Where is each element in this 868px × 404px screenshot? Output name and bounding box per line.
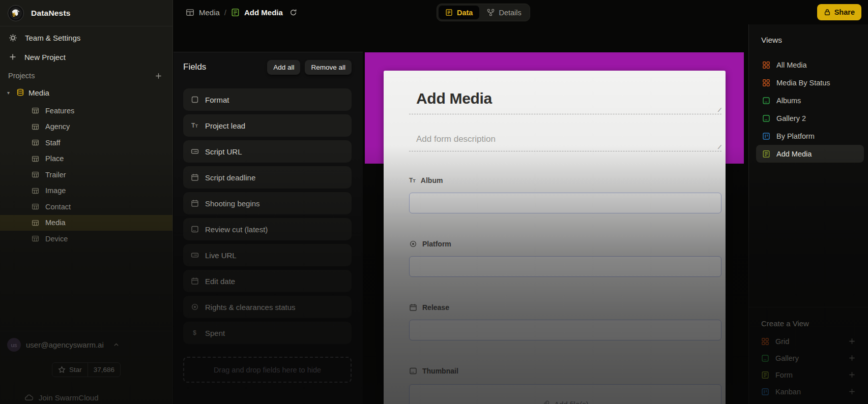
field-card[interactable]: Review cut (latest) — [183, 218, 352, 240]
create-view-gallery[interactable]: Gallery — [761, 350, 856, 366]
form-description-placeholder[interactable]: Add form description — [416, 134, 721, 144]
create-view-plus-icon[interactable] — [848, 388, 856, 395]
create-view-label: Gallery — [775, 354, 799, 362]
dropzone-label: Drag and drop fields here to hide — [214, 366, 321, 374]
field-label: Review cut (latest) — [205, 225, 268, 234]
radio-icon — [190, 303, 199, 311]
create-view-plus-icon[interactable] — [848, 371, 856, 379]
file-icon — [409, 367, 417, 375]
sidebar-table-image[interactable]: Image — [0, 183, 172, 199]
remove-all-button[interactable]: Remove all — [305, 60, 352, 75]
table-icon — [32, 155, 39, 163]
form-preview-area: Add Media ∕∕ Add form description ∕∕ TTA… — [363, 52, 748, 404]
sidebar-header: DataNests — [0, 0, 172, 26]
create-view-kanban[interactable]: Kanban — [761, 383, 856, 400]
views-panel: Views All MediaMedia By StatusAlbumsGall… — [748, 24, 868, 404]
github-star-widget[interactable]: Star 37,686 — [52, 362, 121, 377]
view-item-media-by-status[interactable]: Media By Status — [756, 74, 864, 91]
sidebar-table-media[interactable]: Media — [0, 215, 172, 231]
field-label: Live URL — [205, 251, 237, 260]
field-card[interactable]: Shooting begins — [183, 192, 352, 214]
project-row-media[interactable]: ▾ Media — [0, 85, 172, 100]
add-files-box[interactable]: Add file(s) — [409, 384, 721, 404]
star-icon — [58, 366, 66, 374]
sidebar-table-device[interactable]: Device — [0, 231, 172, 247]
field-card[interactable]: Live URL — [183, 244, 352, 266]
table-icon — [32, 123, 39, 131]
tab-details[interactable]: Details — [480, 6, 528, 19]
view-item-all-media[interactable]: All Media — [756, 56, 864, 74]
table-label: Staff — [45, 139, 61, 147]
join-swarmcloud-link[interactable]: Join SwarmCloud — [7, 393, 165, 402]
form-field-input[interactable] — [409, 320, 721, 340]
sidebar-table-trailer[interactable]: Trailer — [0, 167, 172, 183]
create-view-label: Kanban — [775, 388, 801, 396]
view-item-by-platform[interactable]: By Platform — [756, 127, 864, 145]
field-label: Format — [205, 96, 229, 104]
sidebar-table-place[interactable]: Place — [0, 151, 172, 167]
star-count[interactable]: 37,686 — [88, 363, 120, 377]
caret-down-icon[interactable]: ▾ — [7, 90, 12, 96]
view-list: All MediaMedia By StatusAlbumsGallery 2B… — [749, 56, 868, 163]
form-field-label: Release — [409, 304, 721, 311]
refresh-icon[interactable] — [290, 9, 297, 16]
form-fields: TTAlbumPlatformReleaseThumbnailAdd file(… — [409, 177, 721, 404]
sidebar-table-staff[interactable]: Staff — [0, 135, 172, 151]
sidebar-table-contact[interactable]: Contact — [0, 199, 172, 215]
breadcrumb-table[interactable]: Media — [199, 8, 220, 17]
sidebar-table-agency[interactable]: Agency — [0, 119, 172, 135]
field-card[interactable]: TTProject lead — [183, 114, 352, 137]
form-field-input[interactable] — [409, 256, 721, 277]
sidebar-table-features[interactable]: Features — [0, 103, 172, 119]
view-item-add-media[interactable]: Add Media — [756, 145, 864, 163]
plus-icon — [9, 53, 17, 61]
sidebar-item-team-settings[interactable]: Team & Settings — [0, 28, 172, 47]
date-icon — [190, 199, 199, 207]
view-item-gallery-2[interactable]: Gallery 2 — [756, 109, 864, 127]
checkbox-icon — [190, 96, 199, 104]
add-project-icon[interactable] — [155, 72, 162, 80]
create-view-grid[interactable]: Grid — [761, 333, 856, 350]
table-label: Place — [45, 154, 64, 163]
user-menu[interactable]: us user@agencyswarm.ai — [7, 338, 165, 352]
field-label: Project lead — [205, 121, 245, 130]
create-view-section: Create a View GridGalleryFormKanban — [749, 307, 868, 404]
create-view-label: Form — [775, 371, 793, 379]
create-view-plus-icon[interactable] — [848, 337, 856, 345]
star-button[interactable]: Star — [52, 363, 88, 377]
create-view-form[interactable]: Form — [761, 366, 856, 383]
view-item-albums[interactable]: Albums — [756, 91, 864, 109]
projects-header: Projects — [0, 71, 172, 81]
create-view-plus-icon[interactable] — [848, 354, 856, 362]
breadcrumb-view[interactable]: Add Media — [244, 8, 283, 17]
join-swarmcloud-label: Join SwarmCloud — [39, 393, 99, 402]
sidebar-item-new-project[interactable]: New Project — [0, 47, 172, 67]
field-card[interactable]: Script deadline — [183, 166, 352, 189]
app-window: DataNests Team & Settings New Pro — [0, 0, 868, 404]
form-field-input[interactable] — [409, 193, 721, 213]
radio-icon — [409, 240, 417, 248]
form-description-block[interactable]: Add form description ∕∕ — [409, 114, 721, 151]
form-icon — [762, 150, 770, 158]
add-all-button[interactable]: Add all — [267, 60, 300, 75]
field-card[interactable]: Script URL — [183, 140, 352, 163]
form-field-group: Platform — [409, 240, 721, 277]
field-card[interactable]: $Spent — [183, 322, 352, 344]
tab-details-label: Details — [499, 9, 521, 17]
table-icon — [32, 203, 39, 210]
field-label: Rights & clearances status — [205, 303, 296, 312]
tab-data[interactable]: Data — [439, 6, 479, 19]
field-card[interactable]: Format — [183, 88, 352, 111]
share-button[interactable]: Share — [817, 4, 861, 20]
form-title-block[interactable]: Add Media ∕∕ — [409, 90, 721, 114]
form-title[interactable]: Add Media — [416, 90, 721, 107]
field-card[interactable]: Edit date — [183, 270, 352, 292]
grid-icon — [761, 337, 769, 346]
table-icon — [32, 219, 39, 227]
table-label: Contact — [45, 203, 71, 211]
date-icon — [190, 173, 199, 181]
field-card[interactable]: Rights & clearances status — [183, 296, 352, 318]
view-label: By Platform — [776, 132, 815, 140]
sidebar-nav: Team & Settings New Project Projects — [0, 26, 172, 247]
hide-fields-dropzone[interactable]: Drag and drop fields here to hide — [183, 357, 352, 383]
